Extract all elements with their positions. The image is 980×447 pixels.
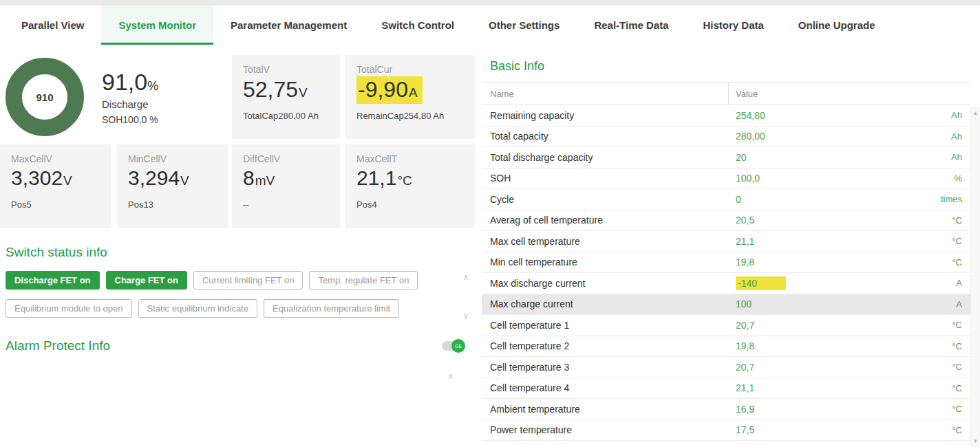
row-name: SOH: [482, 173, 728, 184]
fet-status-button[interactable]: Temp. regulate FET on: [309, 271, 418, 290]
cell-stat-label: MaxCellT: [356, 153, 475, 164]
table-header: Name Value: [482, 82, 970, 105]
left-panel: 910 91,0% Discharge SOH100,0 % TotalV 52…: [0, 55, 475, 447]
row-unit: °C: [921, 425, 970, 435]
nav-tab[interactable]: Parallel View: [4, 6, 101, 45]
table-row[interactable]: Ambient temperature 16,9 °C: [482, 399, 970, 420]
table-row[interactable]: Cell temperature 2 19,8 °C: [482, 336, 970, 358]
row-value: 20,7: [728, 320, 921, 331]
highlighted-current: -9,90A: [356, 76, 423, 104]
scroll-down-icon[interactable]: ∨: [460, 309, 472, 322]
nav-tab[interactable]: History Data: [686, 6, 781, 45]
row-value: 100,0: [728, 173, 921, 184]
cell-stat-label: MinCellV: [128, 153, 228, 164]
row-unit: °C: [921, 257, 970, 268]
totalcur-value: -9,90A: [356, 77, 475, 102]
soh-donut-chart: 910: [6, 58, 84, 136]
row-name: Ambient temperature: [482, 404, 728, 415]
scroll-up-icon[interactable]: ∧: [445, 370, 457, 382]
switch-button-row-1: Discharge FET onCharge FET onCurrent lim…: [6, 271, 475, 290]
row-name: Cell temperature 3: [482, 362, 728, 373]
row-name: Power temperature: [482, 424, 728, 435]
row-unit: °C: [921, 320, 970, 330]
table-row[interactable]: Cycle 0 times: [482, 189, 970, 210]
row-name: Min cell temperature: [482, 257, 728, 268]
row-unit: A: [921, 299, 970, 309]
scrollbar-up-icon[interactable]: ▲: [971, 110, 980, 116]
equilibrium-status-button[interactable]: Equilibrium module to open: [6, 299, 132, 318]
row-unit: Ah: [921, 110, 970, 120]
scroll-up-icon[interactable]: ∧: [460, 271, 472, 283]
alarm-protect-title: Alarm Protect Info: [6, 338, 110, 353]
bms-monitor-app: Parallel ViewSystem MonitorParameter Man…: [0, 0, 980, 447]
switch-status-title: Switch status info: [6, 245, 475, 260]
cell-stat-label: DiffCellV: [243, 153, 340, 164]
row-value: 17,5: [728, 424, 921, 435]
cell-stat-value: 3,294V: [128, 166, 228, 190]
fet-status-button[interactable]: Discharge FET on: [6, 271, 100, 290]
row-name: Remaining capacity: [482, 110, 728, 121]
fet-status-button[interactable]: Charge FET on: [106, 271, 187, 290]
row-name: Cell temperature 4: [482, 382, 728, 393]
cell-stat-position: Pos4: [356, 199, 475, 210]
donut-value: 910: [36, 91, 53, 103]
column-header-name: Name: [482, 89, 728, 99]
table-row[interactable]: Min cell temperature 19,8 °C: [482, 252, 970, 274]
row-unit: A: [921, 278, 970, 288]
table-row[interactable]: SOH 100,0 %: [482, 168, 970, 190]
nav-tab[interactable]: Parameter Management: [213, 6, 364, 45]
cell-cards-row: MaxCellV 3,302V Pos5 MinCellV 3,294V Pos…: [0, 144, 475, 228]
row-unit: times: [921, 194, 970, 204]
table-row[interactable]: Max discharge current -140 A: [482, 273, 970, 294]
window-top-strip: [0, 0, 980, 6]
row-name: Max discharge current: [482, 278, 728, 289]
nav-tab[interactable]: Switch Control: [364, 6, 471, 45]
table-row[interactable]: Cell temperature 4 21,1 °C: [482, 378, 970, 400]
table-row[interactable]: Remaining capacity 254,80 Ah: [482, 105, 970, 127]
cell-stat-value: 8mV: [243, 166, 340, 190]
table-row[interactable]: Cell temperature 3 20,7 °C: [482, 357, 970, 378]
row-unit: °C: [921, 215, 970, 226]
basic-info-panel: Basic Info Name Value Remaining capacity…: [482, 55, 980, 447]
totalv-value: 52,75V: [243, 77, 340, 102]
column-header-value: Value: [728, 83, 970, 105]
table-row[interactable]: Cell temperature 1 20,7 °C: [482, 315, 970, 336]
table-row[interactable]: Averag of cell temperature 20,5 °C: [482, 210, 970, 232]
row-unit: °C: [921, 362, 970, 372]
row-name: Averag of cell temperature: [482, 215, 728, 226]
alarm-toggle-knob[interactable]: GE: [451, 339, 465, 353]
alarm-protect-header: Alarm Protect Info GE: [6, 338, 462, 353]
table-row[interactable]: Total discharge capacity 20 Ah: [482, 147, 970, 168]
row-unit: °C: [921, 341, 970, 351]
cell-stat-position: Pos5: [11, 199, 111, 210]
totalcur-label: TotalCur: [356, 64, 475, 75]
table-row[interactable]: Max cell temperature 21,1 °C: [482, 231, 970, 252]
equilibrium-status-button[interactable]: Static equilibrium indicate: [138, 299, 257, 318]
table-row[interactable]: Total capacity 280,00 Ah: [482, 127, 970, 148]
row-name: Max charge current: [482, 298, 728, 309]
cell-stat-label: MaxCellV: [11, 153, 111, 164]
remaincap-label: RemainCap254,80 Ah: [356, 111, 475, 121]
scrollbar-down-icon[interactable]: ▼: [971, 438, 980, 444]
equilibrium-status-button[interactable]: Equalization temperature limit: [264, 299, 399, 318]
table-row[interactable]: Power temperature 17,5 °C: [482, 420, 970, 441]
row-name: Cell temperature 1: [482, 320, 728, 331]
battery-mode-label: Discharge: [102, 98, 158, 110]
nav-tab[interactable]: Real-Time Data: [577, 6, 685, 45]
nav-tab[interactable]: System Monitor: [101, 6, 213, 45]
row-name: Cell temperature 2: [482, 340, 728, 351]
row-unit: °C: [921, 404, 970, 414]
nav-tab[interactable]: Other Settings: [471, 6, 577, 45]
nav-tab[interactable]: Online Upgrade: [781, 6, 893, 45]
table-row[interactable]: Max charge current 100 A: [482, 294, 970, 316]
total-current-card: TotalCur -9,90A RemainCap254,80 Ah: [345, 55, 475, 139]
table-scrollbar[interactable]: ▲ ▼: [970, 107, 980, 447]
alarm-toggle[interactable]: GE: [442, 341, 462, 351]
switch-buttons-area: Discharge FET onCharge FET onCurrent lim…: [0, 271, 475, 318]
row-value: 280,00: [728, 131, 921, 142]
cell-stat-value: 3,302V: [11, 166, 111, 190]
cell-stat-card: MinCellV 3,294V Pos13: [117, 144, 228, 228]
soh-label: SOH100,0 %: [102, 114, 158, 125]
fet-status-button[interactable]: Current limiting FET on: [193, 271, 303, 290]
row-value: 20,7: [728, 362, 921, 373]
